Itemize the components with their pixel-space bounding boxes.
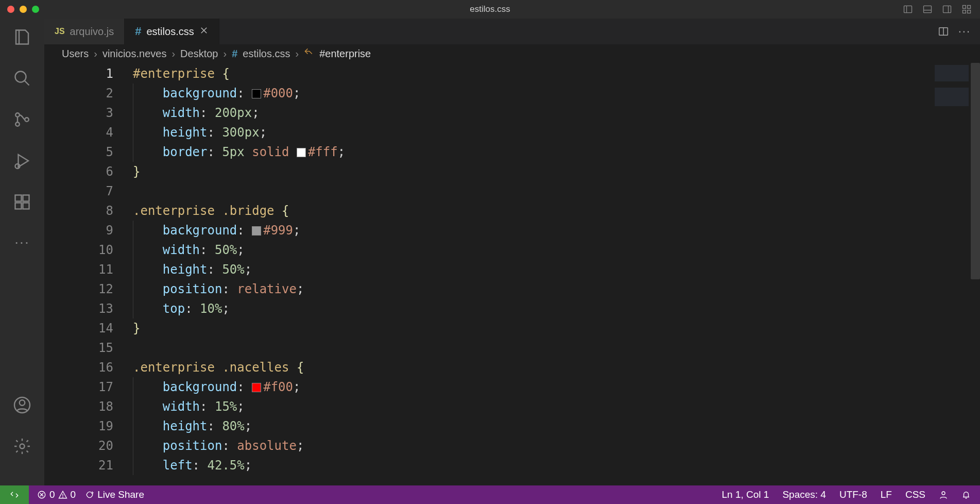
- accounts-icon[interactable]: [13, 396, 31, 414]
- status-bar: 0 0 Live Share Ln 1, Col 1 Spaces: 4 UTF…: [0, 485, 980, 504]
- svg-rect-4: [943, 6, 951, 12]
- source-control-icon[interactable]: [13, 110, 31, 129]
- chevron-right-icon: ›: [223, 48, 227, 60]
- line-number: 19: [44, 416, 113, 436]
- color-swatch[interactable]: [252, 89, 261, 98]
- cursor-position[interactable]: Ln 1, Col 1: [722, 489, 769, 500]
- error-count: 0: [49, 489, 55, 500]
- code-line[interactable]: width: 15%;: [133, 397, 980, 416]
- code-line[interactable]: width: 50%;: [133, 240, 980, 260]
- svg-point-22: [20, 400, 25, 406]
- color-swatch[interactable]: [252, 226, 261, 236]
- minimize-window-button[interactable]: [20, 6, 27, 13]
- svg-rect-0: [904, 6, 912, 12]
- customize-layout-icon[interactable]: [961, 4, 972, 14]
- overflow-icon[interactable]: ···: [14, 234, 29, 250]
- maximize-window-button[interactable]: [32, 6, 39, 13]
- code-line[interactable]: .enterprise .nacelles {: [133, 358, 980, 377]
- svg-point-32: [62, 497, 63, 497]
- code-line[interactable]: height: 300px;: [133, 123, 980, 142]
- color-swatch[interactable]: [297, 148, 306, 157]
- problems-indicator[interactable]: 0 0: [37, 489, 76, 500]
- code-line[interactable]: .enterprise .bridge {: [133, 201, 980, 221]
- code-line[interactable]: left: 42.5%;: [133, 456, 980, 475]
- close-window-button[interactable]: [7, 6, 14, 13]
- code-line[interactable]: background: #000;: [133, 83, 980, 103]
- line-number: 16: [44, 358, 113, 377]
- editor-group: JS arquivo.js # estilos.css ··· Users › …: [44, 19, 980, 485]
- code-line[interactable]: width: 200px;: [133, 103, 980, 123]
- code-line[interactable]: }: [133, 318, 980, 338]
- svg-point-12: [15, 113, 20, 117]
- panel-bottom-icon[interactable]: [922, 4, 933, 14]
- code-line[interactable]: #enterprise {: [133, 64, 980, 83]
- end-of-line[interactable]: LF: [881, 489, 892, 500]
- vertical-scrollbar[interactable]: [971, 63, 980, 279]
- tab-estilos-css[interactable]: # estilos.css: [125, 19, 219, 44]
- breadcrumb-item[interactable]: vinicios.neves: [102, 48, 167, 60]
- live-share-button[interactable]: Live Share: [85, 489, 144, 500]
- svg-rect-20: [23, 195, 29, 201]
- search-icon[interactable]: [13, 69, 31, 88]
- feedback-icon[interactable]: [939, 490, 948, 499]
- code-line[interactable]: position: relative;: [133, 279, 980, 299]
- notifications-icon[interactable]: [961, 490, 971, 499]
- line-number: 18: [44, 397, 113, 416]
- color-swatch[interactable]: [252, 383, 261, 392]
- code-line[interactable]: top: 10%;: [133, 299, 980, 318]
- extensions-icon[interactable]: [13, 193, 31, 211]
- breadcrumb-item[interactable]: Desktop: [180, 48, 218, 60]
- indentation[interactable]: Spaces: 4: [782, 489, 826, 500]
- code-line[interactable]: position: absolute;: [133, 436, 980, 456]
- line-number: 15: [44, 338, 113, 358]
- code-editor[interactable]: 123456789101112131415161718192021 #enter…: [44, 63, 980, 485]
- svg-point-10: [15, 72, 26, 82]
- code-line[interactable]: }: [133, 162, 980, 181]
- svg-rect-9: [968, 10, 971, 13]
- minimap[interactable]: [935, 65, 969, 106]
- svg-rect-18: [15, 203, 22, 209]
- live-share-icon: [85, 490, 94, 499]
- line-number: 11: [44, 260, 113, 279]
- code-line[interactable]: [133, 338, 980, 358]
- svg-point-13: [15, 122, 20, 126]
- line-number: 1: [44, 64, 113, 83]
- svg-rect-8: [963, 10, 966, 13]
- breadcrumb-symbol[interactable]: #enterprise: [319, 48, 371, 60]
- tabs-bar: JS arquivo.js # estilos.css ···: [44, 19, 980, 44]
- line-number: 20: [44, 436, 113, 456]
- split-editor-icon[interactable]: [938, 26, 949, 37]
- line-number: 14: [44, 318, 113, 338]
- activity-bar: ···: [0, 19, 44, 485]
- breadcrumb-item[interactable]: estilos.css: [243, 48, 290, 60]
- more-actions-icon[interactable]: ···: [958, 25, 971, 38]
- run-debug-icon[interactable]: [13, 152, 31, 170]
- svg-line-11: [25, 81, 29, 86]
- code-line[interactable]: border: 5px solid #fff;: [133, 142, 980, 162]
- line-number: 6: [44, 162, 113, 181]
- title-bar: estilos.css: [0, 0, 980, 19]
- code-content[interactable]: #enterprise { background: #000; width: 2…: [133, 63, 980, 485]
- panel-right-icon[interactable]: [942, 4, 952, 14]
- code-line[interactable]: height: 80%;: [133, 416, 980, 436]
- line-number: 3: [44, 103, 113, 123]
- tab-arquivo-js[interactable]: JS arquivo.js: [44, 19, 125, 44]
- encoding[interactable]: UTF-8: [839, 489, 867, 500]
- settings-gear-icon[interactable]: [13, 437, 31, 456]
- breadcrumbs[interactable]: Users › vinicios.neves › Desktop › # est…: [44, 44, 980, 63]
- close-tab-icon[interactable]: [199, 26, 209, 38]
- line-number: 8: [44, 201, 113, 221]
- line-number: 7: [44, 181, 113, 201]
- explorer-icon[interactable]: [13, 28, 31, 46]
- window-controls: [0, 6, 39, 13]
- code-line[interactable]: height: 50%;: [133, 260, 980, 279]
- panel-left-icon[interactable]: [903, 4, 913, 14]
- css-file-icon: #: [232, 48, 237, 60]
- language-mode[interactable]: CSS: [905, 489, 925, 500]
- breadcrumb-item[interactable]: Users: [62, 48, 89, 60]
- code-line[interactable]: [133, 181, 980, 201]
- line-number: 17: [44, 377, 113, 397]
- remote-indicator[interactable]: [0, 485, 29, 504]
- code-line[interactable]: background: #f00;: [133, 377, 980, 397]
- code-line[interactable]: background: #999;: [133, 221, 980, 240]
